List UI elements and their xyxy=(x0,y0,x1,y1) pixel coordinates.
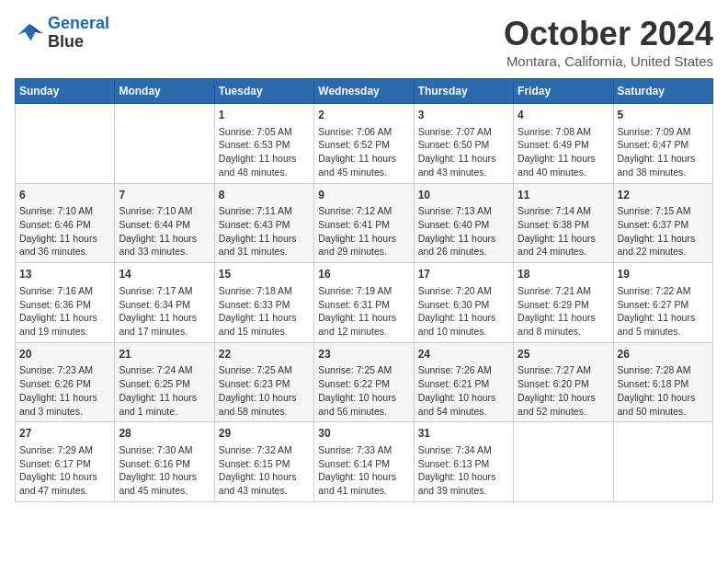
day-info: Sunrise: 7:29 AM Sunset: 6:17 PM Dayligh… xyxy=(19,443,110,498)
day-info: Sunrise: 7:17 AM Sunset: 6:34 PM Dayligh… xyxy=(119,284,210,339)
calendar-cell: 5Sunrise: 7:09 AM Sunset: 6:47 PM Daylig… xyxy=(613,104,712,184)
day-info: Sunrise: 7:13 AM Sunset: 6:40 PM Dayligh… xyxy=(418,204,509,259)
weekday-header: Tuesday xyxy=(214,79,313,104)
weekday-header: Saturday xyxy=(613,79,712,104)
day-number: 6 xyxy=(19,188,110,203)
day-number: 15 xyxy=(219,267,310,282)
day-info: Sunrise: 7:11 AM Sunset: 6:43 PM Dayligh… xyxy=(219,204,310,259)
day-info: Sunrise: 7:27 AM Sunset: 6:20 PM Dayligh… xyxy=(518,363,609,418)
calendar-cell: 9Sunrise: 7:12 AM Sunset: 6:41 PM Daylig… xyxy=(314,183,414,263)
day-info: Sunrise: 7:09 AM Sunset: 6:47 PM Dayligh… xyxy=(618,125,709,179)
calendar-week-row: 27Sunrise: 7:29 AM Sunset: 6:17 PM Dayli… xyxy=(16,422,713,502)
day-number: 20 xyxy=(19,347,110,362)
day-info: Sunrise: 7:18 AM Sunset: 6:33 PM Dayligh… xyxy=(219,284,310,339)
calendar-cell: 4Sunrise: 7:08 AM Sunset: 6:49 PM Daylig… xyxy=(514,104,613,184)
day-info: Sunrise: 7:26 AM Sunset: 6:21 PM Dayligh… xyxy=(418,363,509,418)
title-block: October 2024 Montara, California, United… xyxy=(504,15,713,69)
day-number: 4 xyxy=(518,108,609,123)
day-number: 31 xyxy=(418,426,509,442)
day-number: 22 xyxy=(219,347,310,362)
weekday-header: Sunday xyxy=(16,79,115,104)
weekday-header: Friday xyxy=(514,79,613,104)
calendar-cell: 29Sunrise: 7:32 AM Sunset: 6:15 PM Dayli… xyxy=(214,422,313,502)
day-info: Sunrise: 7:19 AM Sunset: 6:31 PM Dayligh… xyxy=(318,284,409,339)
calendar-cell: 28Sunrise: 7:30 AM Sunset: 6:16 PM Dayli… xyxy=(115,422,214,502)
day-info: Sunrise: 7:12 AM Sunset: 6:41 PM Dayligh… xyxy=(318,204,409,259)
day-info: Sunrise: 7:24 AM Sunset: 6:25 PM Dayligh… xyxy=(119,363,210,418)
day-number: 9 xyxy=(318,188,409,203)
day-info: Sunrise: 7:10 AM Sunset: 6:44 PM Dayligh… xyxy=(119,204,210,259)
calendar-cell: 27Sunrise: 7:29 AM Sunset: 6:17 PM Dayli… xyxy=(16,422,115,502)
logo: General Blue xyxy=(15,15,109,52)
calendar-cell: 19Sunrise: 7:22 AM Sunset: 6:27 PM Dayli… xyxy=(613,263,712,343)
day-number: 24 xyxy=(418,347,509,362)
calendar-cell xyxy=(514,422,613,502)
calendar-cell: 14Sunrise: 7:17 AM Sunset: 6:34 PM Dayli… xyxy=(115,263,214,343)
day-number: 21 xyxy=(119,347,210,362)
day-number: 27 xyxy=(19,426,110,442)
calendar-cell: 3Sunrise: 7:07 AM Sunset: 6:50 PM Daylig… xyxy=(414,104,513,184)
day-info: Sunrise: 7:25 AM Sunset: 6:23 PM Dayligh… xyxy=(219,363,310,418)
day-info: Sunrise: 7:34 AM Sunset: 6:13 PM Dayligh… xyxy=(418,443,509,498)
day-number: 14 xyxy=(119,267,210,282)
location: Montara, California, United States xyxy=(504,53,713,69)
calendar-cell: 12Sunrise: 7:15 AM Sunset: 6:37 PM Dayli… xyxy=(613,183,712,263)
day-info: Sunrise: 7:16 AM Sunset: 6:36 PM Dayligh… xyxy=(19,284,110,339)
calendar-cell: 15Sunrise: 7:18 AM Sunset: 6:33 PM Dayli… xyxy=(214,263,313,343)
day-number: 17 xyxy=(418,267,509,282)
page-header: General Blue October 2024 Montara, Calif… xyxy=(15,15,713,69)
calendar-cell: 8Sunrise: 7:11 AM Sunset: 6:43 PM Daylig… xyxy=(214,183,313,263)
month-title: October 2024 xyxy=(504,15,713,53)
day-info: Sunrise: 7:33 AM Sunset: 6:14 PM Dayligh… xyxy=(318,443,409,498)
day-number: 3 xyxy=(418,108,509,123)
day-info: Sunrise: 7:10 AM Sunset: 6:46 PM Dayligh… xyxy=(19,204,110,259)
calendar-header: SundayMondayTuesdayWednesdayThursdayFrid… xyxy=(16,79,713,104)
calendar-body: 1Sunrise: 7:05 AM Sunset: 6:53 PM Daylig… xyxy=(16,104,713,502)
calendar-cell: 30Sunrise: 7:33 AM Sunset: 6:14 PM Dayli… xyxy=(314,422,414,502)
calendar-cell: 26Sunrise: 7:28 AM Sunset: 6:18 PM Dayli… xyxy=(613,342,712,422)
day-number: 26 xyxy=(618,347,709,362)
day-info: Sunrise: 7:30 AM Sunset: 6:16 PM Dayligh… xyxy=(119,443,210,498)
calendar-cell: 7Sunrise: 7:10 AM Sunset: 6:44 PM Daylig… xyxy=(115,183,214,263)
calendar-table: SundayMondayTuesdayWednesdayThursdayFrid… xyxy=(15,78,713,502)
weekday-header: Wednesday xyxy=(314,79,414,104)
day-info: Sunrise: 7:14 AM Sunset: 6:38 PM Dayligh… xyxy=(518,204,609,259)
calendar-cell: 16Sunrise: 7:19 AM Sunset: 6:31 PM Dayli… xyxy=(314,263,414,343)
day-number: 25 xyxy=(518,347,609,362)
calendar-cell: 6Sunrise: 7:10 AM Sunset: 6:46 PM Daylig… xyxy=(16,183,115,263)
day-number: 23 xyxy=(318,347,409,362)
calendar-cell: 31Sunrise: 7:34 AM Sunset: 6:13 PM Dayli… xyxy=(414,422,513,502)
day-number: 5 xyxy=(618,108,709,123)
day-info: Sunrise: 7:05 AM Sunset: 6:53 PM Dayligh… xyxy=(219,125,310,179)
day-number: 19 xyxy=(618,267,709,282)
day-info: Sunrise: 7:15 AM Sunset: 6:37 PM Dayligh… xyxy=(618,204,709,259)
calendar-week-row: 6Sunrise: 7:10 AM Sunset: 6:46 PM Daylig… xyxy=(16,183,713,263)
day-number: 11 xyxy=(518,188,609,203)
calendar-cell: 10Sunrise: 7:13 AM Sunset: 6:40 PM Dayli… xyxy=(414,183,513,263)
day-info: Sunrise: 7:06 AM Sunset: 6:52 PM Dayligh… xyxy=(318,125,409,179)
weekday-header: Monday xyxy=(115,79,214,104)
day-number: 29 xyxy=(219,426,310,442)
day-number: 8 xyxy=(219,188,310,203)
calendar-cell: 13Sunrise: 7:16 AM Sunset: 6:36 PM Dayli… xyxy=(16,263,115,343)
calendar-cell xyxy=(613,422,712,502)
logo-text: General Blue xyxy=(48,15,109,52)
calendar-week-row: 13Sunrise: 7:16 AM Sunset: 6:36 PM Dayli… xyxy=(16,263,713,343)
calendar-cell: 18Sunrise: 7:21 AM Sunset: 6:29 PM Dayli… xyxy=(514,263,613,343)
calendar-cell: 17Sunrise: 7:20 AM Sunset: 6:30 PM Dayli… xyxy=(414,263,513,343)
day-number: 13 xyxy=(19,267,110,282)
calendar-cell xyxy=(16,104,115,184)
calendar-week-row: 1Sunrise: 7:05 AM Sunset: 6:53 PM Daylig… xyxy=(16,104,713,184)
day-number: 1 xyxy=(219,108,310,123)
calendar-cell: 11Sunrise: 7:14 AM Sunset: 6:38 PM Dayli… xyxy=(514,183,613,263)
day-number: 28 xyxy=(119,426,210,442)
calendar-cell: 1Sunrise: 7:05 AM Sunset: 6:53 PM Daylig… xyxy=(214,104,313,184)
day-info: Sunrise: 7:23 AM Sunset: 6:26 PM Dayligh… xyxy=(19,363,110,418)
day-number: 16 xyxy=(318,267,409,282)
day-number: 12 xyxy=(618,188,709,203)
day-number: 18 xyxy=(518,267,609,282)
calendar-cell: 20Sunrise: 7:23 AM Sunset: 6:26 PM Dayli… xyxy=(16,342,115,422)
weekday-header: Thursday xyxy=(414,79,513,104)
day-info: Sunrise: 7:22 AM Sunset: 6:27 PM Dayligh… xyxy=(618,284,709,339)
calendar-week-row: 20Sunrise: 7:23 AM Sunset: 6:26 PM Dayli… xyxy=(16,342,713,422)
